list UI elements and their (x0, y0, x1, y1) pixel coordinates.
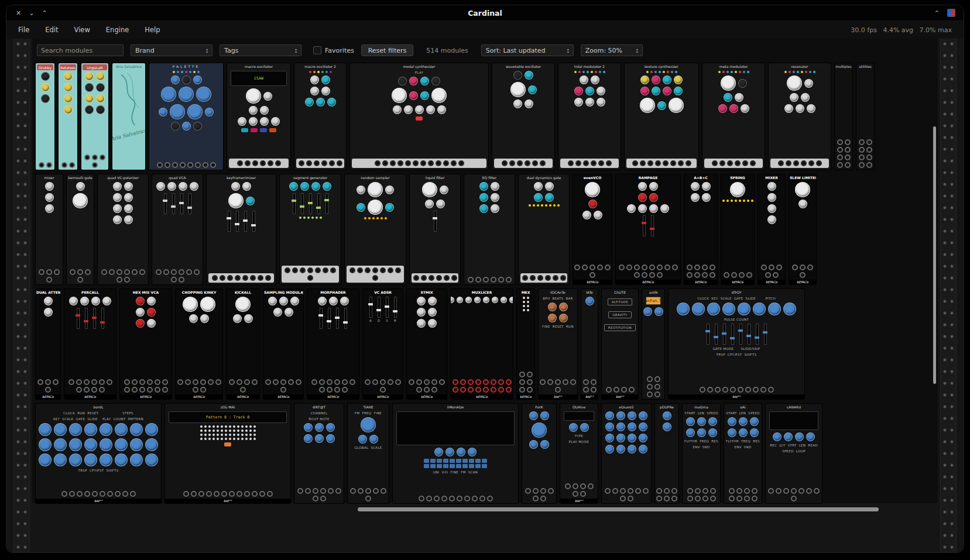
close-icon[interactable]: ✕ (16, 9, 21, 17)
module-evenvco[interactable]: evenVCObEfACo (573, 174, 612, 284)
module-macro-oscillator[interactable]: macro oscillatorCSAW (227, 63, 290, 170)
module-rampage[interactable]: RAMPAGEbEfACo (616, 174, 680, 284)
expand-icon[interactable]: ⌃ (934, 9, 940, 17)
module-grubby[interactable]: Grubby (36, 63, 54, 170)
module-bernoulli-gate[interactable]: bernoulli gate (67, 174, 94, 284)
module-chute[interactable]: ChUTEALTITUDEGRAVITYRESTITUTIONbId°° (602, 289, 638, 399)
slider[interactable] (180, 193, 183, 214)
slider[interactable] (228, 211, 231, 232)
slider[interactable] (325, 193, 328, 214)
tags-select[interactable]: Tags ▴▾ (220, 44, 301, 56)
module-chopping-kinky[interactable]: CHOPPING KINKYbEfACo (176, 289, 222, 399)
menu-item-file[interactable]: File (18, 26, 29, 34)
module-keyframer-mixer[interactable]: keyframer/mixer (207, 174, 276, 284)
slider[interactable]: R (394, 297, 397, 322)
module-palette[interactable]: PALETTE (149, 63, 223, 170)
module-canard[interactable]: cANARdREC G/T STRT LEN READSPEED LOOP (766, 404, 822, 503)
module-quad-vc-polarizer[interactable]: quad VC-polarizer (98, 174, 148, 284)
module-utilities[interactable]: utilities (856, 63, 874, 170)
module-a-b-c[interactable]: A+B+CbEfACo (684, 174, 717, 284)
chevron-up-icon[interactable]: ⌃ (42, 9, 47, 17)
module-resonator[interactable]: resonator (769, 63, 831, 170)
module-segment-generator[interactable]: segment generator (280, 174, 341, 284)
slider[interactable] (739, 324, 742, 345)
module-dtroy[interactable]: dTrOYCLOCK KEY SCALE GATE SLIDE PITCHPUL… (669, 289, 804, 399)
module-wavetable-oscillator[interactable]: wavetable oscillator (492, 63, 554, 170)
module-tiare[interactable]: TiAREFM FREQ FINEGLOBAL SCALE (348, 404, 389, 503)
module-slew-limiter[interactable]: SLEW LIMITERbEfACo (789, 174, 816, 284)
slider[interactable] (320, 308, 323, 329)
module-antn[interactable]: antNMaxFun.TF (642, 289, 664, 399)
reset-filters-button[interactable]: Reset filters (361, 44, 414, 56)
slider[interactable]: S (386, 297, 389, 322)
module-magma[interactable]: maGmaSTART LEN SPEEDFLYTHR FREQ RESENV S… (683, 404, 720, 503)
slider[interactable] (764, 324, 767, 345)
horizontal-scrollbar[interactable] (358, 507, 879, 511)
slider[interactable] (336, 308, 339, 329)
slider[interactable] (293, 193, 296, 214)
slider[interactable] (236, 211, 239, 232)
module-mixer[interactable]: mixer (36, 174, 63, 284)
slider[interactable] (101, 308, 104, 329)
module-vc-adsr[interactable]: VC ADSRADSRbEfACo (363, 289, 403, 399)
module-mixer[interactable]: MIXERbEfACo (758, 174, 785, 284)
module-ouaive[interactable]: OUAIveTYPEPLAY MODEbId°° (560, 404, 598, 503)
slider[interactable] (301, 193, 304, 214)
module-aria-salvatrice[interactable]: Aria SalvatriceAria Salvatrice (112, 63, 145, 170)
module-rotatoes[interactable]: Rotatoes (59, 63, 77, 170)
module-liquid-filter[interactable]: liquid filter (410, 174, 460, 284)
module-limonade[interactable]: liMonADeUNI V/O FINE FM SCAN (393, 404, 518, 503)
module-poupre[interactable]: pOUPRe (655, 404, 678, 503)
slider[interactable] (164, 193, 167, 214)
slider[interactable] (643, 215, 646, 236)
module-percall[interactable]: PERCALLbEfACo (64, 289, 116, 399)
slider[interactable] (715, 324, 718, 345)
slider[interactable] (85, 308, 88, 329)
slider[interactable] (434, 211, 437, 232)
module-morphader[interactable]: MORPHADERbEfACo (307, 289, 359, 399)
module-texture-synthesizer[interactable]: texture synthesizer (625, 63, 698, 170)
slider[interactable] (344, 308, 347, 329)
slider[interactable] (756, 324, 759, 345)
favorites-checkbox[interactable] (313, 46, 321, 54)
slider[interactable] (707, 324, 709, 345)
menu-item-edit[interactable]: Edit (45, 26, 58, 34)
module-edsaros[interactable]: eDsaroS (602, 404, 651, 503)
module-kickall[interactable]: KICKALLbEfACo (227, 289, 259, 399)
search-input[interactable] (37, 44, 124, 56)
module-mex[interactable]: MEXbEfACo (517, 289, 534, 399)
slider[interactable] (77, 308, 80, 329)
menu-item-engine[interactable]: Engine (106, 26, 129, 34)
slider[interactable] (723, 324, 726, 345)
module-ungular[interactable]: UnguLaR (81, 63, 108, 170)
zoom-select[interactable]: Zoom: 50% ▴▾ (581, 44, 643, 56)
module-eq-filter[interactable]: EQ filter (464, 174, 515, 284)
slider[interactable] (172, 193, 175, 214)
slider[interactable] (252, 211, 255, 232)
slider[interactable] (188, 193, 191, 214)
module-tocante[interactable]: tOCAnTeBPH BEATS BARFINE RESET RUNbId°° (539, 289, 577, 399)
brand-select[interactable]: Brand ▴▾ (131, 44, 212, 56)
sort-select[interactable]: Sort: Last updated ▴▾ (481, 44, 574, 56)
module-late[interactable]: lATebId°° (581, 289, 598, 399)
slider[interactable] (93, 308, 96, 329)
module-multiples[interactable]: multiples (835, 63, 852, 170)
module-muxlicer[interactable]: MUXLICERbEfACo (451, 289, 513, 399)
chevron-down-icon[interactable]: ⌄ (29, 9, 34, 17)
module-oa-[interactable]: oAïSTART LEN SPEEDFLYTHR FREQ RESENV SND (724, 404, 762, 503)
vertical-scrollbar[interactable] (933, 126, 936, 384)
module-hex-mix-vca[interactable]: HEX MIX VCAbEfACo (120, 289, 172, 399)
slider[interactable] (748, 324, 750, 345)
module-bordl[interactable]: bordLCLOCK RUN RESET STEPSKEY SCALE GATE… (36, 404, 161, 503)
menu-item-help[interactable]: Help (145, 26, 160, 34)
module-sampling-modulator[interactable]: SAMPLING MODULATORbEfACo (263, 289, 303, 399)
favorites-toggle[interactable]: Favorites (313, 46, 354, 54)
slider[interactable] (317, 193, 320, 214)
module-dikt-t[interactable]: dIKT@TCHANNELROOT NOTE (294, 404, 344, 503)
module-dual-attenuverter[interactable]: DUAL ATTENUVERTERbEfACo (36, 289, 60, 399)
menu-item-view[interactable]: View (74, 26, 90, 34)
module-modal-synthesizer[interactable]: modal synthesizerPLAY (350, 63, 488, 170)
slider[interactable] (731, 324, 734, 345)
module-fork[interactable]: ForK (522, 404, 556, 503)
slider[interactable] (328, 308, 331, 329)
